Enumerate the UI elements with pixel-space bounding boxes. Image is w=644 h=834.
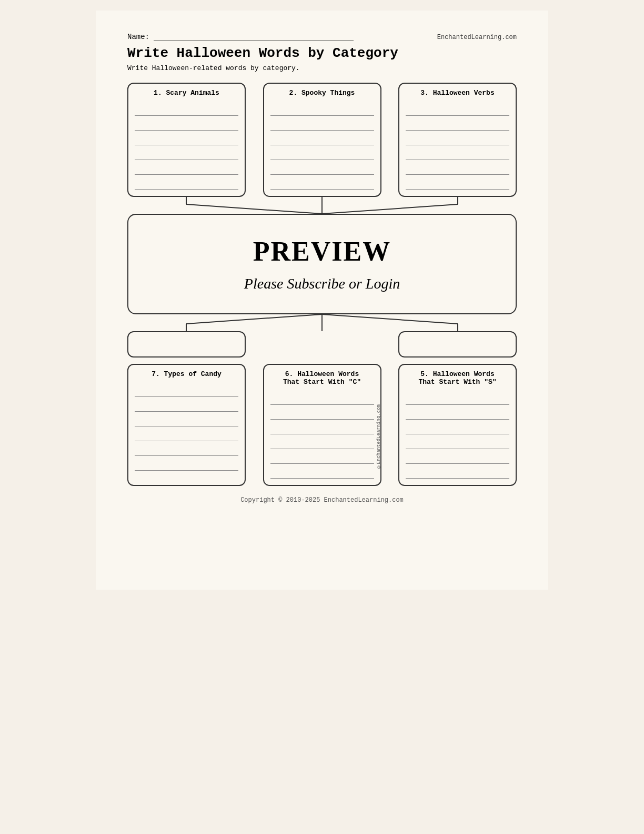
box-title-7: 7. Types of Candy xyxy=(135,370,238,378)
write-line[interactable] xyxy=(406,145,509,160)
category-box-6: 6. Halloween Words That Start With "C" ©… xyxy=(263,364,381,486)
write-line[interactable] xyxy=(135,131,238,145)
svg-line-5 xyxy=(186,314,322,324)
partial-box-right xyxy=(398,331,517,358)
write-line[interactable] xyxy=(270,434,374,449)
write-line[interactable] xyxy=(135,382,238,397)
write-lines-2 xyxy=(270,101,374,190)
write-line[interactable] xyxy=(406,420,509,434)
box-title-3: 3. Halloween Verbs xyxy=(406,89,509,97)
write-line[interactable] xyxy=(406,390,509,405)
write-line[interactable] xyxy=(270,405,374,420)
write-line[interactable] xyxy=(270,101,374,116)
write-lines-7 xyxy=(135,382,238,471)
write-line[interactable] xyxy=(135,397,238,412)
page-title: Write Halloween Words by Category xyxy=(127,45,517,61)
write-line[interactable] xyxy=(270,116,374,131)
site-name: EnchantedLearning.com xyxy=(437,34,517,41)
box-title-6: 6. Halloween Words That Start With "C" xyxy=(270,370,374,386)
category-box-1: 1. Scary Animals xyxy=(127,83,246,197)
category-box-7: 7. Types of Candy xyxy=(127,364,246,486)
write-line[interactable] xyxy=(135,116,238,131)
write-line[interactable] xyxy=(406,464,509,479)
write-lines-1 xyxy=(135,101,238,190)
write-line[interactable] xyxy=(135,441,238,456)
watermark: ©EnchantedLearning.com xyxy=(376,404,381,469)
write-lines-3 xyxy=(406,101,509,190)
svg-line-8 xyxy=(322,314,458,324)
footer: Copyright © 2010-2025 EnchantedLearning.… xyxy=(127,497,517,504)
bottom-connector xyxy=(127,314,517,331)
write-line[interactable] xyxy=(406,449,509,464)
category-box-2: 2. Spooky Things xyxy=(263,83,381,197)
write-line[interactable] xyxy=(406,160,509,175)
write-line[interactable] xyxy=(135,175,238,190)
write-line[interactable] xyxy=(406,131,509,145)
write-line[interactable] xyxy=(406,101,509,116)
svg-line-4 xyxy=(322,204,458,214)
subtitle: Write Halloween-related words by categor… xyxy=(127,64,517,72)
write-line[interactable] xyxy=(406,116,509,131)
box-title-1: 1. Scary Animals xyxy=(135,89,238,97)
partial-box-center xyxy=(263,331,381,358)
write-line[interactable] xyxy=(135,101,238,116)
write-line[interactable] xyxy=(270,449,374,464)
write-line[interactable] xyxy=(406,175,509,190)
write-line[interactable] xyxy=(270,160,374,175)
write-line[interactable] xyxy=(135,412,238,426)
name-line: Name: xyxy=(127,32,354,41)
copyright: Copyright © 2010-2025 EnchantedLearning.… xyxy=(240,497,404,504)
write-line[interactable] xyxy=(406,434,509,449)
write-lines-5 xyxy=(406,390,509,479)
top-connector-svg xyxy=(127,197,517,214)
top-connector xyxy=(127,197,517,214)
write-lines-6 xyxy=(270,390,374,479)
top-boxes: 1. Scary Animals 2. Spooky Things xyxy=(127,83,517,197)
bottom-connector-svg xyxy=(127,314,517,331)
write-line[interactable] xyxy=(135,145,238,160)
write-line[interactable] xyxy=(406,405,509,420)
bottom-boxes: 7. Types of Candy 6. Halloween Words Tha… xyxy=(127,364,517,486)
header-row: Name: EnchantedLearning.com xyxy=(127,32,517,41)
category-box-5: 5. Halloween Words That Start With "S" xyxy=(398,364,517,486)
page: Name: EnchantedLearning.com Write Hallow… xyxy=(96,11,548,590)
box-title-5: 5. Halloween Words That Start With "S" xyxy=(406,370,509,386)
box-title-2: 2. Spooky Things xyxy=(270,89,374,97)
category-box-3: 3. Halloween Verbs xyxy=(398,83,517,197)
partial-box-left xyxy=(127,331,246,358)
write-line[interactable] xyxy=(270,390,374,405)
subscribe-text: Please Subscribe or Login xyxy=(144,275,500,292)
write-line[interactable] xyxy=(135,456,238,471)
write-line[interactable] xyxy=(270,420,374,434)
partial-row xyxy=(127,331,517,358)
name-underline xyxy=(154,32,354,41)
preview-text: PREVIEW xyxy=(144,236,500,267)
name-label: Name: xyxy=(127,33,149,41)
svg-line-1 xyxy=(186,204,322,214)
write-line[interactable] xyxy=(270,145,374,160)
write-line[interactable] xyxy=(135,426,238,441)
write-line[interactable] xyxy=(270,175,374,190)
write-line[interactable] xyxy=(270,131,374,145)
write-line[interactable] xyxy=(135,160,238,175)
center-box: PREVIEW Please Subscribe or Login xyxy=(127,214,517,314)
write-line[interactable] xyxy=(270,464,374,479)
